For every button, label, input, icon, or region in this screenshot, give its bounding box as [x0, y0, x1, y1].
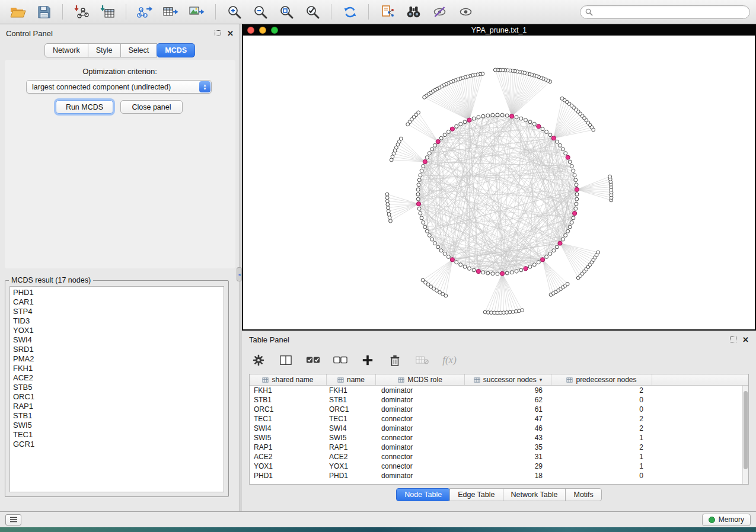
close-panel-button[interactable]: Close panel: [120, 100, 183, 114]
table-scrollbar-thumb[interactable]: [744, 391, 748, 469]
mcds-result-item[interactable]: TEC1: [10, 430, 224, 440]
toolbar-separator: [215, 4, 216, 20]
tab-motifs[interactable]: Motifs: [565, 488, 601, 501]
search-network-button[interactable]: [401, 2, 425, 21]
column-header-predecessor-nodes[interactable]: predecessor nodes: [551, 374, 652, 385]
table-row[interactable]: ACE2ACE2connector311: [250, 452, 742, 462]
table-row[interactable]: ORC1ORC1dominator610: [250, 405, 742, 414]
zoom-in-button[interactable]: [222, 2, 246, 21]
table-row[interactable]: STB1STB1dominator620: [250, 395, 742, 405]
table-scrollbar[interactable]: [742, 386, 748, 484]
tab-edge-table[interactable]: Edge Table: [449, 488, 503, 501]
table-row[interactable]: SWI4SWI4dominator462: [250, 424, 742, 433]
show-all-button[interactable]: [454, 2, 477, 21]
network-canvas[interactable]: [243, 36, 755, 329]
add-column-button[interactable]: [361, 353, 375, 367]
zoom-selected-button[interactable]: [301, 2, 324, 21]
cell: SWI5: [327, 434, 376, 442]
memory-button[interactable]: Memory: [702, 514, 751, 526]
tab-select[interactable]: Select: [120, 43, 158, 57]
mcds-result-item[interactable]: ACE2: [10, 373, 224, 383]
mcds-result-item[interactable]: PHD1: [10, 288, 224, 297]
search-box[interactable]: [580, 5, 750, 19]
tab-network-table[interactable]: Network Table: [503, 488, 566, 501]
mcds-result-item[interactable]: STB5: [10, 383, 224, 392]
close-window-button[interactable]: [247, 27, 254, 34]
close-table-panel-icon[interactable]: ✕: [742, 336, 749, 344]
table-row[interactable]: FKH1FKH1dominator962: [250, 386, 742, 395]
import-network-button[interactable]: [69, 2, 93, 21]
status-menu-button[interactable]: [5, 514, 21, 525]
mcds-result-item[interactable]: SWI4: [10, 335, 224, 345]
cell: dominator: [376, 472, 465, 480]
export-network-button[interactable]: [133, 2, 157, 21]
cell: 43: [465, 434, 551, 442]
table-row[interactable]: TEC1TEC1connector472: [250, 414, 742, 424]
delete-column-button[interactable]: [388, 353, 402, 367]
export-image-button[interactable]: [185, 2, 209, 21]
network-graph[interactable]: [243, 36, 755, 329]
zoom-in-icon: [227, 4, 242, 20]
cell: 0: [551, 405, 652, 414]
mcds-result-item[interactable]: PMA2: [10, 354, 224, 364]
table-row[interactable]: RAP1RAP1dominator352: [250, 443, 742, 452]
open-session-button[interactable]: [6, 2, 30, 21]
sort-grid-icon: [398, 377, 404, 383]
zoom-out-button[interactable]: [248, 2, 272, 21]
tab-node-table[interactable]: Node Table: [396, 488, 450, 501]
memory-button-label: Memory: [719, 515, 744, 524]
table-panel: Table Panel ✕: [242, 331, 756, 511]
mcds-result-item[interactable]: STP4: [10, 307, 224, 316]
list-icon: [9, 517, 18, 523]
column-header-MCDS-role[interactable]: MCDS role: [376, 374, 465, 385]
zoom-fit-button[interactable]: [275, 2, 298, 21]
column-header-name[interactable]: name: [327, 374, 376, 385]
export-table-button[interactable]: [159, 2, 183, 21]
mcds-result-item[interactable]: CAR1: [10, 297, 224, 307]
share-document-button[interactable]: [375, 2, 399, 21]
hide-selected-button[interactable]: [428, 2, 451, 21]
mcds-result-item[interactable]: RAP1: [10, 402, 224, 411]
save-session-button[interactable]: [32, 2, 56, 21]
deselect-all-rows-button[interactable]: [333, 353, 347, 367]
close-panel-icon[interactable]: ✕: [227, 30, 234, 37]
splitter-collapse-button[interactable]: ◂: [237, 267, 242, 281]
tab-mcds[interactable]: MCDS: [157, 43, 195, 57]
mcds-result-item[interactable]: ORC1: [10, 392, 224, 402]
mcds-result-list[interactable]: PHD1CAR1STP4TID3YOX1SWI4SRD1PMA2FKH1ACE2…: [9, 286, 224, 492]
sort-grid-icon: [566, 377, 573, 383]
column-chooser-button[interactable]: [279, 353, 293, 367]
cell: 35: [465, 443, 551, 451]
mcds-result-item[interactable]: TID3: [10, 316, 224, 326]
table-row[interactable]: SWI5SWI5connector431: [250, 433, 742, 443]
table-row[interactable]: PHD1PHD1dominator180: [250, 471, 742, 480]
table-settings-button[interactable]: [251, 353, 266, 367]
main-toolbar: [0, 0, 756, 24]
float-table-panel-icon[interactable]: [730, 336, 736, 342]
function-builder-button: f(x): [442, 353, 457, 367]
search-input[interactable]: [596, 8, 745, 16]
mcds-result-item[interactable]: YOX1: [10, 326, 224, 335]
mcds-result-item[interactable]: FKH1: [10, 364, 224, 373]
select-all-rows-button[interactable]: [306, 353, 320, 367]
mcds-result-group: MCDS result (17 nodes) PHD1CAR1STP4TID3Y…: [5, 276, 229, 497]
mcds-result-item[interactable]: STB1: [10, 411, 224, 421]
plus-icon: [362, 354, 374, 366]
mcds-result-item[interactable]: SRD1: [10, 345, 224, 354]
import-table-button[interactable]: [95, 2, 119, 21]
criterion-dropdown[interactable]: largest connected component (undirected)…: [26, 80, 212, 94]
mcds-result-item[interactable]: SWI5: [10, 421, 224, 430]
float-panel-icon[interactable]: [215, 30, 221, 36]
maximize-window-button[interactable]: [271, 27, 278, 34]
minimize-window-button[interactable]: [259, 27, 266, 34]
refresh-layout-button[interactable]: [338, 2, 362, 21]
tab-style[interactable]: Style: [88, 43, 121, 57]
desktop-background: [0, 527, 756, 532]
column-header-successor-nodes[interactable]: successor nodes▾: [465, 374, 551, 385]
tab-network[interactable]: Network: [44, 43, 88, 57]
table-row[interactable]: YOX1YOX1connector291: [250, 462, 742, 471]
column-header-shared-name[interactable]: shared name: [250, 374, 327, 385]
trash-icon: [389, 354, 401, 367]
mcds-result-item[interactable]: GCR1: [10, 440, 224, 449]
run-mcds-button[interactable]: Run MCDS: [56, 100, 113, 114]
